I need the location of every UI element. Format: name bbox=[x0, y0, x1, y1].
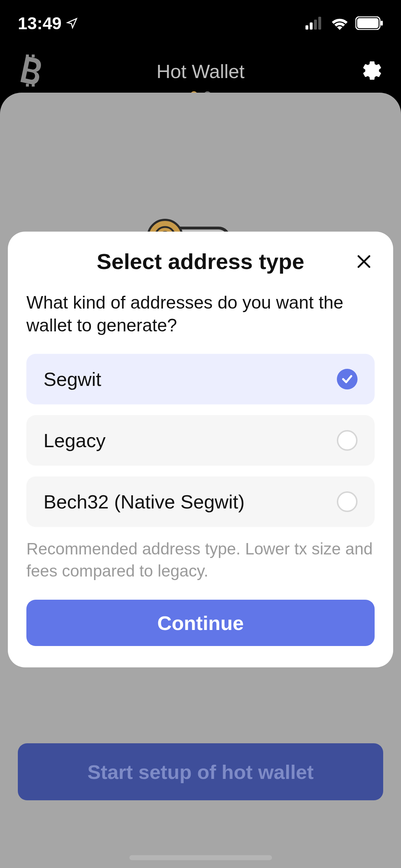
start-setup-label: Start setup of hot wallet bbox=[87, 760, 314, 784]
option-legacy[interactable]: Legacy bbox=[26, 415, 375, 466]
settings-button[interactable] bbox=[361, 60, 383, 83]
close-button[interactable] bbox=[353, 251, 375, 272]
svg-rect-1 bbox=[310, 22, 313, 30]
radio-unchecked bbox=[337, 430, 358, 451]
option-segwit[interactable]: Segwit bbox=[26, 354, 375, 404]
option-label: Legacy bbox=[43, 429, 106, 451]
svg-rect-3 bbox=[318, 17, 321, 30]
app-title: Hot Wallet bbox=[0, 60, 401, 82]
location-icon bbox=[66, 17, 78, 29]
wifi-icon bbox=[330, 16, 349, 30]
time-label: 13:49 bbox=[18, 14, 62, 33]
start-setup-button[interactable]: Start setup of hot wallet bbox=[18, 743, 383, 800]
status-icons bbox=[305, 16, 383, 30]
svg-rect-5 bbox=[357, 18, 379, 28]
home-indicator[interactable] bbox=[129, 855, 272, 860]
radio-unchecked bbox=[337, 491, 358, 512]
option-bech32[interactable]: Bech32 (Native Segwit) bbox=[26, 476, 375, 527]
cellular-icon bbox=[305, 17, 324, 30]
svg-rect-2 bbox=[314, 20, 317, 30]
radio-checked bbox=[337, 369, 358, 389]
battery-icon bbox=[355, 16, 383, 30]
modal-question: What kind of addresses do you want the w… bbox=[26, 291, 375, 337]
svg-rect-0 bbox=[305, 25, 308, 30]
option-label: Bech32 (Native Segwit) bbox=[43, 491, 245, 513]
address-type-modal: Select address type What kind of address… bbox=[8, 232, 393, 667]
continue-button[interactable]: Continue bbox=[26, 600, 375, 646]
status-time: 13:49 bbox=[18, 14, 78, 33]
modal-header: Select address type bbox=[26, 249, 375, 274]
gear-icon bbox=[361, 60, 383, 82]
continue-label: Continue bbox=[157, 611, 244, 635]
modal-title: Select address type bbox=[26, 249, 375, 274]
svg-rect-6 bbox=[381, 21, 383, 26]
bitcoin-icon[interactable] bbox=[18, 55, 43, 88]
recommendation-hint: Recommended address type. Lower tx size … bbox=[26, 538, 375, 582]
option-label: Segwit bbox=[43, 368, 101, 390]
status-bar: 13:49 bbox=[0, 0, 401, 46]
app-header: Hot Wallet bbox=[0, 50, 401, 93]
check-icon bbox=[341, 373, 353, 385]
close-icon bbox=[356, 253, 372, 270]
